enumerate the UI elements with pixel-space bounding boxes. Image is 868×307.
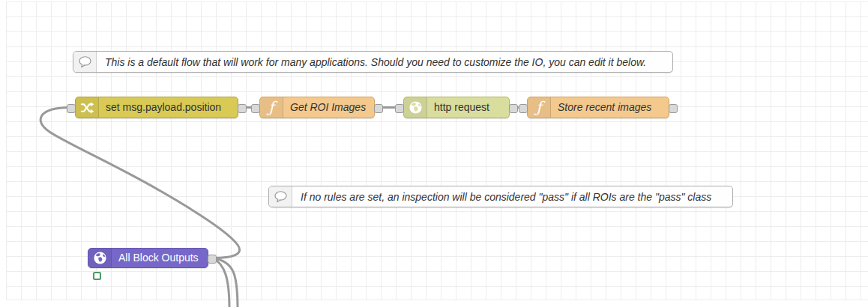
input-port[interactable] — [395, 104, 404, 113]
wire-abo-to-change-loop[interactable] — [40, 108, 239, 258]
comment-text: This is a default flow that will work fo… — [97, 56, 655, 68]
wire-abo-down-1[interactable] — [213, 258, 238, 307]
globe-icon — [404, 97, 427, 118]
function-icon: ƒ — [260, 97, 283, 118]
output-port[interactable] — [509, 104, 518, 113]
node-label: Store recent images — [551, 97, 659, 118]
node-get-roi-images[interactable]: ƒ Get ROI Images — [259, 97, 375, 118]
comment-node-default-flow[interactable]: This is a default flow that will work fo… — [73, 51, 673, 73]
comment-text: If no rules are set, an inspection will … — [292, 191, 720, 203]
function-icon: ƒ — [528, 97, 551, 118]
node-label: All Block Outputs — [112, 249, 206, 267]
comment-node-pass-rules[interactable]: If no rules are set, an inspection will … — [268, 186, 733, 207]
output-port[interactable] — [374, 104, 383, 113]
input-port[interactable] — [519, 104, 528, 113]
flow-canvas[interactable]: This is a default flow that will work fo… — [0, 0, 868, 307]
output-port[interactable] — [208, 255, 217, 264]
node-all-block-outputs[interactable]: All Block Outputs — [88, 248, 208, 268]
input-port[interactable] — [67, 104, 76, 113]
node-http-request[interactable]: http request — [403, 97, 510, 118]
node-store-recent-images[interactable]: ƒ Store recent images — [527, 97, 669, 118]
node-label: http request — [427, 97, 497, 118]
output-port[interactable] — [238, 104, 247, 113]
globe-icon — [88, 249, 112, 267]
node-label: Get ROI Images — [283, 97, 373, 118]
input-port[interactable] — [251, 104, 260, 113]
shuffle-icon — [76, 97, 99, 118]
output-port[interactable] — [669, 104, 678, 113]
speech-bubble-icon — [269, 186, 292, 207]
wire-abo-down-2[interactable] — [213, 258, 229, 307]
node-set-msg-payload-position[interactable]: set msg.payload.position — [75, 97, 238, 118]
speech-bubble-icon — [73, 52, 97, 72]
node-label: set msg.payload.position — [99, 97, 229, 118]
node-status-ring — [93, 272, 101, 280]
